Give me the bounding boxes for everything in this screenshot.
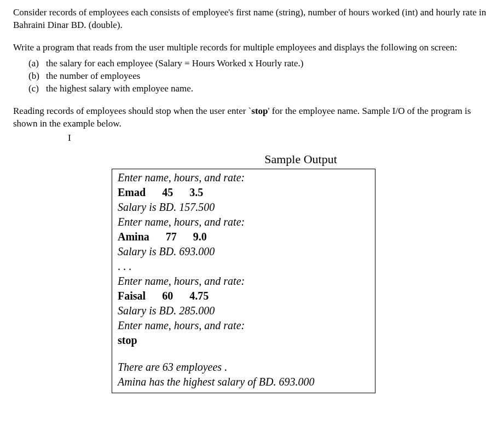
input-rate: 4.75 [189,290,209,302]
input-name: Amina [118,231,149,243]
salary-line: Salary is BD. 285.000 [118,303,369,318]
input-name: Emad [118,186,146,198]
salary-value: 157.500 [179,201,215,213]
prompt-line: Enter name, hours, and rate: [118,170,369,185]
input-line: Amina779.0 [118,229,369,244]
summary-high-mid: has the highest salary of BD. [146,376,279,388]
salary-line: Salary is BD. 693.000 [118,244,369,259]
prompt-line: Enter name, hours, and rate: [118,215,369,229]
requirements-list: (a) the salary for each employee (Salary… [13,58,490,95]
prompt-line: Enter name, hours, and rate: [118,274,369,289]
stop-para-part-a: Reading records of employees should stop… [13,106,251,116]
list-label-c: (c) [28,83,46,95]
summary-count-a: There are [118,361,163,373]
sample-output-section: Sample Output Enter name, hours, and rat… [112,152,490,393]
list-label-b: (b) [28,70,46,83]
ellipsis-line: . . . [118,259,369,274]
text-cursor-icon: I [68,132,68,142]
intro-paragraph: Consider records of employees each consi… [13,7,490,32]
input-rate: 3.5 [189,186,203,198]
list-text-b: the number of employees [46,70,140,83]
summary-count-n: 63 [163,361,174,373]
summary-high-val: 693.000 [279,376,314,388]
salary-prefix: Salary is BD. [118,305,179,317]
summary-high-name: Amina [118,376,146,388]
list-text-a: the salary for each employee (Salary = H… [46,58,304,70]
input-rate: 9.0 [193,231,207,243]
input-hours: 77 [166,231,177,243]
list-text-c: the highest salary with employee name. [46,83,193,95]
list-item: (a) the salary for each employee (Salary… [28,58,490,70]
task-paragraph: Write a program that reads from the user… [13,42,490,54]
stop-condition-paragraph: Reading records of employees should stop… [13,105,490,143]
stop-input-line: stop [118,333,369,348]
salary-line: Salary is BD. 157.500 [118,200,369,215]
summary-highest-line: Amina has the highest salary of BD. 693.… [118,375,369,389]
summary-count-b: employees . [174,361,227,373]
sample-output-box: Enter name, hours, and rate: Emad453.5 S… [112,169,375,393]
input-line: Faisal604.75 [118,289,369,303]
salary-value: 285.000 [179,305,215,317]
list-label-a: (a) [28,58,46,70]
list-item: (b) the number of employees [28,70,490,83]
salary-value: 693.000 [179,245,215,257]
input-name: Faisal [118,290,146,302]
sample-output-title: Sample Output [112,152,490,166]
stop-keyword: stop [251,106,268,116]
blank-line [118,348,369,360]
input-hours: 60 [162,290,173,302]
document-body: Consider records of employees each consi… [0,0,503,406]
salary-prefix: Salary is BD. [118,201,179,213]
salary-prefix: Salary is BD. [118,245,179,257]
prompt-line: Enter name, hours, and rate: [118,318,369,333]
list-item: (c) the highest salary with employee nam… [28,83,490,95]
input-hours: 45 [162,186,173,198]
summary-count-line: There are 63 employees . [118,360,369,375]
input-line: Emad453.5 [118,185,369,200]
